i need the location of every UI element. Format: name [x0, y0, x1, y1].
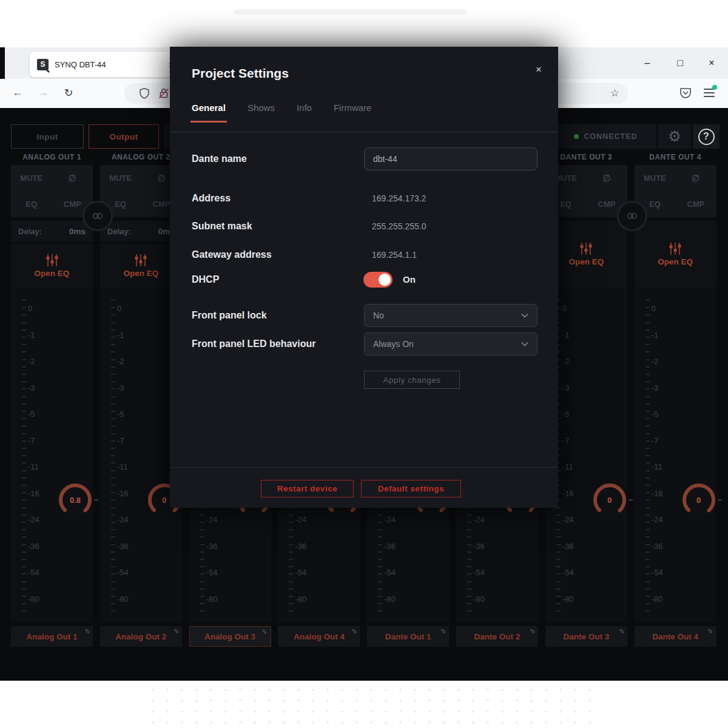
mute-button[interactable]: MUTE [100, 165, 141, 191]
meter-scale-label: 0 [28, 304, 49, 313]
gain-knob[interactable]: 0.8 [54, 479, 96, 521]
link-icon [92, 212, 104, 220]
gain-value: 0 [678, 479, 720, 521]
channel-link-button[interactable] [617, 201, 647, 231]
apply-changes-button[interactable]: Apply changes [364, 371, 460, 389]
channel-name-button[interactable]: Dante Out 3 ✎ [545, 626, 627, 647]
dialog-title: Project Settings [192, 66, 289, 81]
meter-scale-label: -80 [295, 595, 315, 604]
dante-name-label: Dante name [192, 152, 247, 166]
meter-scale-label: -36 [206, 542, 227, 551]
led-behaviour-select[interactable]: Always On [364, 332, 538, 356]
phase-invert-button[interactable]: ∅ [675, 165, 716, 191]
phase-invert-button[interactable]: ∅ [586, 165, 627, 191]
tab-input[interactable]: Input [11, 124, 84, 149]
toggle-knob [379, 274, 391, 286]
meter-scale-label: -3 [117, 383, 138, 393]
edit-pencil-icon: ✎ [619, 627, 624, 635]
meter-scale-label: -5 [117, 410, 138, 419]
meter-scale-label: -36 [473, 542, 494, 551]
back-button[interactable]: ← [10, 86, 25, 99]
channel-link-button[interactable] [83, 201, 113, 231]
browser-tab[interactable]: S SYNQ DBT-44 × [29, 51, 184, 78]
tab-output[interactable]: Output [89, 124, 159, 149]
meter-scale-label: -24 [473, 515, 494, 524]
channel-name-button[interactable]: Analog Out 1 ✎ [11, 626, 93, 647]
bookmark-star-icon[interactable]: ☆ [610, 87, 619, 99]
channel-name-button[interactable]: Dante Out 2 ✎ [456, 626, 538, 647]
dialog-tab-info[interactable]: Info [297, 103, 312, 123]
mute-button[interactable]: MUTE [11, 165, 52, 191]
channel-name-button[interactable]: Analog Out 2 ✎ [100, 626, 182, 647]
compressor-button[interactable]: CMP [675, 191, 716, 217]
channel-name-button[interactable]: Dante Out 4 ✎ [635, 626, 716, 647]
default-settings-button[interactable]: Default settings [361, 480, 461, 497]
pocket-icon[interactable] [678, 86, 693, 100]
meter-scale-label: -24 [652, 515, 672, 524]
help-button[interactable]: ? [693, 124, 720, 149]
meter-scale-label: -54 [295, 568, 315, 577]
meter-scale-label: -11 [562, 462, 583, 471]
dialog-tab-firmware[interactable]: Firmware [334, 103, 372, 123]
channel-name-button[interactable]: Analog Out 4 ✎ [278, 626, 360, 647]
channel-header-label: DANTE OUT 4 [632, 153, 719, 163]
gain-knob[interactable]: 0 [588, 479, 631, 521]
meter-ticks [22, 300, 26, 618]
channel-processing-panel: MUTE ∅ EQ CMP [11, 165, 93, 217]
dhcp-toggle[interactable] [363, 272, 393, 288]
meter-scale-label: -24 [562, 515, 583, 524]
browser-menu-icon[interactable] [704, 89, 715, 97]
open-eq-button[interactable]: Open EQ [11, 244, 93, 288]
channel-name-label: Dante Out 3 [563, 632, 609, 641]
dialog-tab-general[interactable]: General [192, 103, 226, 123]
gateway-value: 169.254.1.1 [372, 250, 417, 260]
mute-button[interactable]: MUTE [635, 165, 676, 191]
edit-pencil-icon: ✎ [261, 627, 267, 635]
reload-button[interactable]: ↻ [61, 86, 76, 99]
window-close-button[interactable]: × [703, 58, 721, 69]
meter-scale-label: -36 [117, 542, 138, 551]
dialog-close-button[interactable]: × [531, 62, 546, 77]
level-meter: 0-1-2-3-5-7-11-16-24-36-54-80 0.8 [11, 288, 93, 622]
front-panel-lock-value: No [373, 311, 384, 320]
meter-scale-label: -80 [117, 595, 138, 604]
meter-scale-label: -3 [652, 383, 672, 393]
insecure-lock-icon[interactable] [157, 87, 170, 100]
eq-sliders-icon [134, 254, 147, 267]
forward-button[interactable]: → [35, 86, 51, 99]
settings-gear-button[interactable]: ⚙ [658, 124, 691, 149]
channel-name-button[interactable]: Analog Out 3 ✎ [189, 626, 271, 647]
channel-name-label: Analog Out 1 [27, 632, 78, 641]
meter-scale-label: -16 [117, 489, 138, 498]
dialog-tabs: GeneralShowsInfoFirmware [192, 103, 371, 123]
dante-name-input[interactable] [364, 147, 538, 170]
edit-pencil-icon: ✎ [530, 627, 535, 635]
dialog-tab-shows[interactable]: Shows [248, 103, 275, 123]
channel-strip: ANALOG OUT 1 MUTE ∅ EQ CMP Delay: 0ms Op… [8, 153, 95, 647]
meter-scale-label: -54 [652, 568, 672, 577]
knob-pointer [718, 499, 722, 500]
window-minimize-button[interactable]: – [638, 58, 656, 69]
status-label: CONNECTED [584, 132, 637, 141]
front-panel-lock-select[interactable]: No [364, 304, 538, 327]
connection-status: CONNECTED [555, 124, 656, 149]
channel-name-button[interactable]: Dante Out 1 ✎ [367, 626, 449, 647]
eq-button[interactable]: EQ [11, 191, 52, 217]
delay-row[interactable]: Delay: 0ms [11, 221, 93, 241]
meter-scale-label: -80 [652, 595, 672, 604]
eq-sliders-icon [579, 242, 593, 255]
gain-knob[interactable]: 0 [678, 479, 720, 521]
phase-invert-button[interactable]: ∅ [52, 165, 93, 191]
meter-scale-label: -80 [384, 595, 405, 604]
meter-scale-label: -5 [652, 410, 672, 419]
shield-icon[interactable] [138, 87, 151, 100]
meter-scale-label: -2 [652, 357, 672, 366]
meter-scale-label: 0 [562, 304, 583, 313]
delay-value: 0ms [69, 227, 86, 236]
restart-device-button[interactable]: Restart device [261, 480, 354, 497]
meter-scale-label: -24 [117, 515, 138, 524]
meter-scale-label: -36 [384, 542, 405, 551]
open-eq-button[interactable]: Open EQ [635, 221, 716, 288]
window-maximize-button[interactable]: □ [671, 58, 689, 69]
meter-scale-label: -80 [28, 595, 49, 604]
